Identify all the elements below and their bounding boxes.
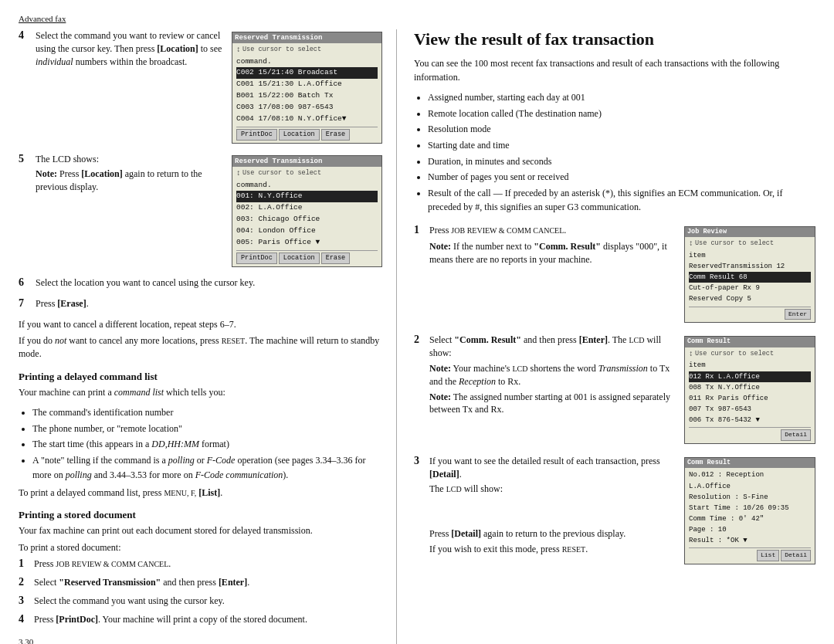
lcd-cr-btn-detail: Detail: [781, 429, 811, 441]
after-steps-2: If you do not want to cancel any more lo…: [19, 334, 382, 361]
content-area: 4 Reserved Transmission ↕Use cursor to s…: [19, 29, 815, 644]
lcd-jr-icon: ↕Use cursor to select: [689, 239, 811, 249]
step-6-text: Select the location you want to cancel u…: [36, 276, 382, 290]
enter-key-r2: [Enter]: [579, 334, 608, 345]
polling-italic: polling: [168, 455, 195, 466]
lcd-2-title: Reserved Transmission: [232, 156, 381, 167]
printdoc-key: [PrintDoc]: [56, 614, 98, 625]
lcd-1-btn-erase: Erase: [321, 129, 351, 141]
step-6-num: 6: [19, 276, 31, 289]
r-step-2-clearfix: Comm Result ↕Use cursor to select item 0…: [429, 334, 815, 446]
right-intro: You can see the 100 most recent fax tran…: [414, 57, 815, 84]
step-5: 5 Reserved Transmission ↕Use cursor to s…: [19, 153, 382, 270]
lcd-2-btn-location: Location: [279, 253, 320, 264]
lcd-cd-row4: Comm Time : 0' 42": [689, 514, 811, 524]
lcd-1-btn-location: Location: [279, 129, 320, 141]
list-key: [List]: [198, 487, 220, 498]
lcd-1-btn-printdoc: PrintDoc: [236, 129, 277, 141]
section1-bullets: The command's identification number The …: [32, 405, 382, 483]
lcd-jr-row4: Reserved Copy 5: [689, 293, 811, 304]
r-step-3-content: Comm Result No.012 : Reception L.A.Offic…: [429, 455, 815, 567]
reset-key: RESET: [222, 337, 246, 345]
right-column: View the result of fax transaction You c…: [397, 29, 815, 644]
right-step-2: 2 Comm Result ↕Use cursor to select item…: [414, 334, 815, 446]
page-number: 3.30: [19, 631, 382, 644]
lcd-1-icon: ↕Use cursor to select: [236, 45, 378, 56]
s2-step-3-num: 3: [19, 595, 29, 608]
reception-italic: Reception: [459, 376, 496, 387]
lcd-jr-row1: ReservedTransmission 12: [689, 261, 811, 272]
lcd-cr-buttons: Detail: [689, 427, 811, 441]
lcd-2-row3: 003: Chicago Office: [236, 214, 378, 225]
right-bullet-3: Resolution mode: [428, 122, 815, 137]
s2-step-4-content: Press [PrintDoc]. Your machine will prin…: [34, 613, 382, 626]
r-step-1-content: Job Review ↕Use cursor to select item Re…: [429, 224, 815, 325]
step-7-text: Press [Erase].: [36, 297, 382, 310]
transmission-italic: Transmission: [598, 363, 648, 374]
right-bullet-1: Assigned number, starting each day at 00…: [428, 90, 815, 105]
command-list-italic: command list: [114, 387, 164, 398]
lcd-cd-btn-list: List: [757, 550, 779, 561]
lcd-ref2: LCD: [512, 364, 527, 373]
s2-step-1-content: Press JOB REVIEW & COMM CANCEL.: [34, 558, 382, 571]
r-step-1-clearfix: Job Review ↕Use cursor to select item Re…: [429, 224, 815, 325]
lcd-cd-row1: L.A.Office: [689, 481, 811, 492]
section2-heading: Printing a stored document: [19, 509, 382, 521]
lcd-jr-row0: item: [689, 250, 811, 261]
r-step-2-num: 2: [414, 334, 425, 446]
right-bullets: Assigned number, starting each day at 00…: [428, 90, 815, 216]
bullet-4: A "note" telling if the command is a pol…: [32, 453, 382, 482]
s2-step-2-content: Select "Reserved Transmission" and then …: [34, 576, 382, 589]
enter-key-s2: [Enter]: [219, 577, 247, 588]
erase-key: [Erase]: [57, 298, 86, 309]
step-7-content: Press [Erase].: [36, 297, 382, 312]
lcd-1-row4: C003 17/08:00 987-6543: [236, 102, 378, 114]
lcd-2-row2: 002: L.A.Office: [236, 202, 378, 214]
after-steps-1: If you want to cancel a different locati…: [19, 318, 382, 331]
lcd-cr-row2: 008 Tx N.Y.Office: [689, 382, 811, 393]
page: Advanced fax 4 Reserved Transmission ↕Us…: [0, 0, 834, 644]
right-bullet-5: Duration, in minutes and seconds: [428, 154, 815, 169]
lcd-jr-row3: Cut-of-paper Rx 9: [689, 283, 811, 293]
step-7-num: 7: [19, 297, 31, 310]
lcd-cr-row0: item: [689, 360, 811, 371]
lcd-cr-row3: 011 Rx Paris Office: [689, 393, 811, 404]
r-step-3-clearfix: Comm Result No.012 : Reception L.A.Offic…: [429, 455, 815, 567]
lcd-cd-buttons: List Detail: [689, 547, 811, 561]
right-bullet-2: Remote location called (The destination …: [428, 107, 815, 121]
lcd-cd-row6: Result : *OK ▼: [689, 535, 811, 546]
lcd-1-row3: B001 15/22:00 Batch Tx: [236, 90, 378, 102]
comm-result-select: "Comm. Result": [454, 334, 521, 345]
lcd-1-row2: C001 15/21:30 L.A.Office: [236, 79, 378, 90]
lcd-screen-1: Reserved Transmission ↕Use cursor to sel…: [232, 32, 382, 144]
lcd-ref3: LCD: [446, 485, 462, 493]
menu-key: MENU, F,: [164, 489, 196, 497]
lcd-cr-title: Comm Result: [685, 337, 815, 347]
lcd-2-buttons: PrintDoc Location Erase: [236, 250, 378, 264]
s2-step-1-num: 1: [19, 558, 29, 571]
lcd-2-row1: 001: N.Y.Office: [236, 191, 378, 202]
not-italic: not: [55, 335, 66, 346]
right-title: View the result of fax transaction: [414, 29, 815, 49]
location-key: [Location]: [157, 43, 198, 54]
job-review-key: JOB REVIEW & COMM CANCEL: [451, 226, 564, 235]
lcd-2-row4: 004: London Office: [236, 225, 378, 237]
right-step-3: 3 Comm Result No.012 : Reception L.A.Off…: [414, 455, 815, 567]
individual-italic: individual: [36, 56, 73, 67]
lcd-2-row5: 005: Paris Office ▼: [236, 237, 378, 249]
lcd-1-title: Reserved Transmission: [232, 32, 381, 43]
breadcrumb: Advanced fax: [19, 14, 815, 23]
lcd-cd-title: Comm Result: [685, 458, 815, 468]
bullet-3: The start time (this appears in a DD,HH:…: [32, 437, 382, 452]
location-key-2: [Location]: [81, 168, 122, 179]
dd-italic: DD,HH:MM: [151, 439, 199, 449]
s2-step-4-num: 4: [19, 613, 29, 626]
fcode-italic: F-Code: [207, 455, 236, 466]
lcd-cd-row5: Page : 10: [689, 524, 811, 535]
step-4-content: Reserved Transmission ↕Use cursor to sel…: [36, 29, 382, 147]
section1-intro: Your machine can print a command list wh…: [19, 386, 382, 399]
fcode2-italic: F-Code communication: [195, 469, 283, 480]
section2-to-print: To print a stored document:: [19, 541, 382, 554]
lcd-cr-row5: 006 Tx 876-5432 ▼: [689, 415, 811, 425]
lcd-jr-row2: Comm Result 68: [689, 272, 811, 283]
